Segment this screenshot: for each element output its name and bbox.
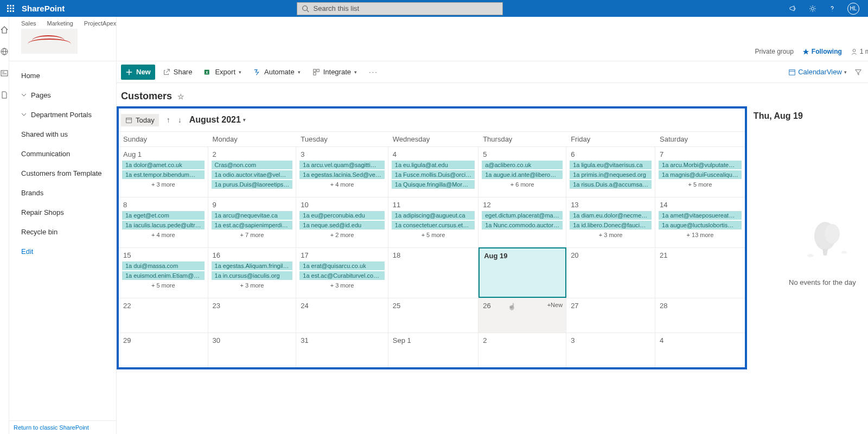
calendar-event[interactable]: 1a euismod.enim.Etiam@… xyxy=(122,271,205,280)
calendar-event[interactable]: 1a Quisque.fringilla@Mor… xyxy=(392,180,475,189)
calendar-cell[interactable]: 25 xyxy=(388,298,478,333)
calendar-cell[interactable]: 18 xyxy=(388,247,478,298)
filter-icon[interactable] xyxy=(854,68,862,76)
more-events[interactable]: + 3 more xyxy=(569,231,653,239)
calendar-event[interactable]: 1a est.ac@Curabiturvel.co… xyxy=(299,271,384,280)
more-events[interactable]: + 3 more xyxy=(121,180,206,189)
calendar-event[interactable]: 1a odio.auctor.vitae@vel… xyxy=(212,170,293,179)
calendar-event[interactable]: 1a augue@luctuslobortis… xyxy=(659,221,742,229)
calendar-cell[interactable]: 27 xyxy=(566,298,655,333)
calendar-cell[interactable]: 23 xyxy=(208,298,297,333)
hub-nav-item[interactable]: ProjectApex xyxy=(84,20,116,27)
calendar-event[interactable]: 1a purus.Duis@laoreetips… xyxy=(212,180,293,189)
calendar-cell[interactable]: Sep 1 xyxy=(388,333,478,367)
calendar-event[interactable]: 1a egestas.lacinia.Sed@ve… xyxy=(299,170,384,179)
more-events[interactable]: + 7 more xyxy=(210,231,294,239)
more-events[interactable]: + 13 more xyxy=(658,231,743,239)
gear-icon[interactable] xyxy=(808,4,817,13)
calendar-event[interactable]: Cras@non.com xyxy=(212,161,293,169)
calendar-event[interactable]: eget.dictum.placerat@ma… xyxy=(482,211,563,220)
calendar-cell[interactable]: 101a eu@perconubia.edu1a neque.sed@id.ed… xyxy=(296,197,388,247)
prev-month-button[interactable]: ↑ xyxy=(167,116,170,124)
calendar-cell[interactable]: 141a amet@vitaeposuereat…1a augue@luctus… xyxy=(655,197,745,247)
return-classic-link[interactable]: Return to classic SharePoint xyxy=(9,420,116,434)
automate-button[interactable]: Automate ▾ xyxy=(249,65,305,80)
calendar-event[interactable]: 1a primis.in@nequesed.org xyxy=(570,170,652,179)
calendar-event[interactable]: 1a est.tempor.bibendum… xyxy=(122,170,205,179)
help-icon[interactable] xyxy=(828,4,837,13)
nav-customers-template[interactable]: Customers from Template xyxy=(9,163,116,183)
view-selector[interactable]: CalendarView ▾ xyxy=(788,68,847,76)
month-picker[interactable]: August 2021 ▾ xyxy=(189,115,246,125)
calendar-event[interactable]: 1a est.ac@sapienimperdi… xyxy=(212,221,293,229)
calendar-cell[interactable]: 3 xyxy=(566,333,655,367)
user-avatar[interactable]: HL xyxy=(847,3,859,15)
calendar-event[interactable]: 1a dui@massa.com xyxy=(122,261,205,270)
calendar-cell[interactable]: Aug 11a dolor@amet.co.uk1a est.tempor.bi… xyxy=(119,146,208,197)
calendar-cell[interactable]: 131a diam.eu.dolor@necme…1a id.libero.Do… xyxy=(566,197,655,247)
calendar-cell[interactable]: 5a@aclibero.co.uk1a augue.id.ante@libero… xyxy=(478,146,566,197)
calendar-event[interactable]: 1a diam.eu.dolor@necme… xyxy=(570,211,652,220)
files-icon[interactable] xyxy=(0,91,9,99)
calendar-event[interactable]: a@aclibero.co.uk xyxy=(482,161,563,169)
more-events[interactable]: + 3 more xyxy=(298,281,385,290)
calendar-event[interactable]: 1a eget@et.com xyxy=(122,211,205,220)
calendar-cell[interactable]: 20 xyxy=(566,247,655,298)
next-month-button[interactable]: ↓ xyxy=(178,116,182,124)
calendar-cell[interactable]: Aug 19 xyxy=(478,247,566,298)
more-events[interactable]: + 5 more xyxy=(391,231,476,239)
calendar-event[interactable]: 1a eu@perconubia.edu xyxy=(299,211,384,220)
calendar-cell[interactable]: 31 xyxy=(296,333,388,367)
more-events[interactable]: + 2 more xyxy=(298,231,385,239)
calendar-cell[interactable]: 171a erat@quisarcu.co.uk1a est.ac@Curabi… xyxy=(296,247,388,298)
calendar-cell[interactable]: 111a adipiscing@augueut.ca1a consectetue… xyxy=(388,197,478,247)
nav-recycle-bin[interactable]: Recycle bin xyxy=(9,222,116,241)
calendar-event[interactable]: 1a neque.sed@id.edu xyxy=(299,221,384,229)
calendar-cell[interactable]: 22 xyxy=(119,298,208,333)
more-events[interactable]: + 4 more xyxy=(121,231,206,239)
app-launcher[interactable] xyxy=(0,0,21,17)
calendar-cell[interactable]: 26+New☝ xyxy=(478,298,566,333)
search-input[interactable] xyxy=(314,4,498,12)
calendar-cell[interactable]: 30 xyxy=(208,333,297,367)
megaphone-icon[interactable] xyxy=(789,4,797,13)
calendar-cell[interactable]: 91a arcu@nequevitae.ca1a est.ac@sapienim… xyxy=(208,197,297,247)
more-events[interactable]: + 5 more xyxy=(121,281,206,290)
calendar-event[interactable]: 1a amet@vitaeposuereat… xyxy=(659,211,742,220)
news-icon[interactable] xyxy=(0,69,9,78)
calendar-event[interactable]: 1a ligula.eu@vitaerisus.ca xyxy=(570,161,652,169)
export-button[interactable]: X Export ▾ xyxy=(200,65,246,80)
calendar-event[interactable]: 1a Fusce.mollis.Duis@orci… xyxy=(392,170,475,179)
calendar-event[interactable]: 1a arcu.vel.quam@sagitti… xyxy=(299,161,384,169)
more-button[interactable]: ··· xyxy=(365,65,382,80)
nav-pages[interactable]: Pages xyxy=(9,85,116,105)
calendar-event[interactable]: 1a arcu.Morbi@vulputate… xyxy=(659,161,742,169)
nav-edit[interactable]: Edit xyxy=(9,241,116,261)
nav-shared-with-us[interactable]: Shared with us xyxy=(9,124,116,144)
calendar-event[interactable]: 1a eu.ligula@at.edu xyxy=(392,161,475,169)
calendar-event[interactable]: 1a adipiscing@augueut.ca xyxy=(392,211,475,220)
site-logo[interactable] xyxy=(21,29,78,54)
nav-brands[interactable]: Brands xyxy=(9,183,116,202)
new-button[interactable]: New xyxy=(121,65,155,80)
integrate-button[interactable]: Integrate ▾ xyxy=(308,65,361,80)
calendar-cell[interactable]: 2Cras@non.com1a odio.auctor.vitae@vel…1a… xyxy=(208,146,297,197)
add-event-button[interactable]: +New xyxy=(547,302,563,308)
calendar-event[interactable]: 1a erat@quisarcu.co.uk xyxy=(299,261,384,270)
calendar-event[interactable]: 1a iaculis.lacus.pede@ultr… xyxy=(122,221,205,229)
calendar-cell[interactable]: 21 xyxy=(655,247,745,298)
search-box[interactable] xyxy=(297,2,503,15)
nav-repair-shops[interactable]: Repair Shops xyxy=(9,202,116,222)
calendar-event[interactable]: 1a magnis@duiFuscealiqu… xyxy=(659,170,742,179)
calendar-cell[interactable]: 41a eu.ligula@at.edu1a Fusce.mollis.Duis… xyxy=(388,146,478,197)
home-icon[interactable] xyxy=(0,25,9,34)
more-events[interactable]: + 6 more xyxy=(481,180,564,189)
calendar-cell[interactable]: 61a ligula.eu@vitaerisus.ca1a primis.in@… xyxy=(566,146,655,197)
calendar-cell[interactable]: 31a arcu.vel.quam@sagitti…1a egestas.lac… xyxy=(296,146,388,197)
today-button[interactable]: Today xyxy=(121,114,159,126)
share-button[interactable]: Share xyxy=(158,65,197,80)
calendar-cell[interactable]: 161a egestas.Aliquam.fringil…1a in.cursu… xyxy=(208,247,297,298)
calendar-cell[interactable]: 2 xyxy=(478,333,566,367)
calendar-event[interactable]: 1a dolor@amet.co.uk xyxy=(122,161,205,169)
calendar-cell[interactable]: 12eget.dictum.placerat@ma…1a Nunc.commod… xyxy=(478,197,566,247)
